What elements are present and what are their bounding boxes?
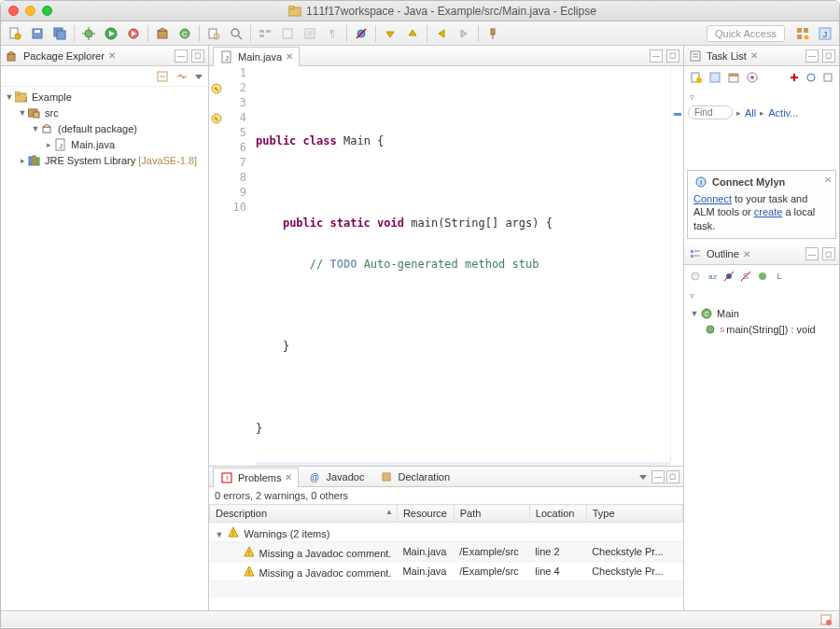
focus-button[interactable] [744,68,761,87]
forward-button[interactable] [454,24,474,43]
view-menu-button[interactable] [637,468,650,486]
trim-icon[interactable] [819,612,833,627]
minimize-view-button[interactable]: — [175,49,188,63]
activate-link[interactable]: Activ... [768,107,798,119]
problems-group-row[interactable]: ▼ ! Warnings (2 items) [210,523,683,542]
expand-toggle[interactable]: ▿ [690,291,694,301]
minimize-editor-button[interactable]: — [650,49,663,63]
open-type-button[interactable] [203,24,224,43]
close-view-icon[interactable]: ✕ [108,50,116,61]
svg-rect-17 [158,31,167,38]
col-path[interactable]: Path [454,505,529,523]
close-tab-icon[interactable]: ✕ [285,472,292,482]
prev-annotation-button[interactable] [402,24,423,43]
show-whitespace-button[interactable]: ¶ [322,24,343,43]
col-description[interactable]: Description [216,508,267,519]
file-node[interactable]: ▸ J Main.java [1,136,208,152]
problem-row[interactable]: ! Missing a Javadoc comment. Main.java /… [210,542,683,562]
zoom-window-button[interactable] [42,6,52,16]
hide-nonpublic-button[interactable] [755,267,770,286]
link-editor-button[interactable] [174,68,190,85]
toggle-mark-button[interactable] [277,24,298,43]
overview-ruler[interactable] [670,66,683,466]
connect-link[interactable]: Connect [693,193,732,204]
problems-table[interactable]: Description▲ Resource Path Location Type… [209,504,683,610]
jre-node[interactable]: ▸ JRE System Library [JavaSE-1.8] [1,152,208,168]
hide-local-button[interactable]: L [772,267,787,286]
java-perspective-button[interactable]: J [815,24,835,43]
find-input[interactable] [688,105,733,119]
minimize-view-button[interactable]: — [805,247,819,260]
collapse-all-button[interactable] [154,68,171,85]
run-button[interactable] [101,24,121,43]
block-select-button[interactable] [300,24,320,43]
close-icon[interactable]: ✕ [824,175,832,185]
code-editor[interactable]: ✎ ✎ 12345678910 public class Main { publ… [209,66,683,466]
src-label: src [45,107,59,119]
quick-access[interactable]: Quick Access [707,25,785,42]
col-resource[interactable]: Resource [397,505,454,523]
skip-breakpoints-button[interactable] [351,24,371,43]
hide-fields-button[interactable] [721,267,736,286]
maximize-view-button[interactable]: ▢ [822,49,835,63]
schedule-button[interactable] [725,68,742,87]
src-node[interactable]: ▼ src [1,105,208,120]
toggle-breadcrumb-button[interactable] [255,24,275,43]
outline-method-node[interactable]: S main(String[]) : void [686,322,837,338]
view-menu-button[interactable] [193,68,204,85]
minimize-view-button[interactable]: — [651,470,665,483]
run-last-button[interactable] [123,24,144,43]
minimize-window-button[interactable] [25,6,35,16]
hide-static-button[interactable]: S [738,267,753,286]
outline-toolbar: az S L [684,265,839,287]
maximize-view-button[interactable]: ▢ [191,49,204,63]
tab-declaration[interactable]: Declaration [372,468,456,487]
problem-row[interactable]: ! Missing a Javadoc comment. Main.java /… [210,562,683,581]
categorize-button[interactable] [707,68,723,87]
editor-tab-main[interactable]: J Main.java ✕ [213,47,300,66]
code-content[interactable]: public class Main { public static void m… [252,66,670,466]
col-type[interactable]: Type [586,505,682,523]
maximize-editor-button[interactable]: ▢ [666,49,679,63]
back-button[interactable] [431,24,452,43]
next-annotation-button[interactable] [380,24,400,43]
package-node[interactable]: ▼ (default package) [1,120,208,136]
tasklist-toolbar [684,66,839,89]
svg-text:z: z [713,273,717,281]
open-perspective-button[interactable] [792,24,813,43]
close-tab-icon[interactable]: ✕ [286,51,293,62]
new-class-button[interactable]: C [175,24,195,43]
col-location[interactable]: Location [529,505,586,523]
all-link[interactable]: All [745,107,756,119]
search-button[interactable] [226,24,246,43]
save-button[interactable] [27,24,48,43]
new-button[interactable] [5,24,25,43]
tab-problems[interactable]: ! Problems ✕ [213,468,299,487]
close-window-button[interactable] [8,6,19,16]
hide-button[interactable] [820,68,835,87]
sort-button[interactable]: az [705,267,720,286]
synchronize-button[interactable] [804,68,819,87]
quickfix-icon[interactable]: ✎ [209,81,224,96]
debug-button[interactable] [78,24,99,43]
tab-javadoc[interactable]: @ Javadoc [301,468,371,487]
svg-text:✎: ✎ [215,85,219,93]
expand-toggle[interactable]: ▿ [690,92,694,102]
svg-rect-27 [259,35,264,37]
save-all-button[interactable] [49,24,70,43]
outline-class-node[interactable]: ▼ C Main [686,306,837,322]
close-view-icon[interactable]: ✕ [750,50,758,61]
maximize-view-button[interactable]: ▢ [666,470,679,483]
close-view-icon[interactable]: ✕ [743,249,750,259]
project-node[interactable]: ▼ J Example [1,89,208,105]
focus-outline-button[interactable] [688,267,703,286]
quickfix-icon[interactable]: ✎ [209,111,224,126]
new-task-button[interactable] [688,68,705,87]
maximize-view-button[interactable]: ▢ [822,247,835,260]
create-link[interactable]: create [754,206,783,217]
pin-editor-button[interactable] [483,24,503,43]
new-package-button[interactable] [152,24,173,43]
svg-point-8 [85,30,92,37]
minimize-view-button[interactable]: — [805,49,819,63]
collapse-button[interactable] [787,68,802,87]
